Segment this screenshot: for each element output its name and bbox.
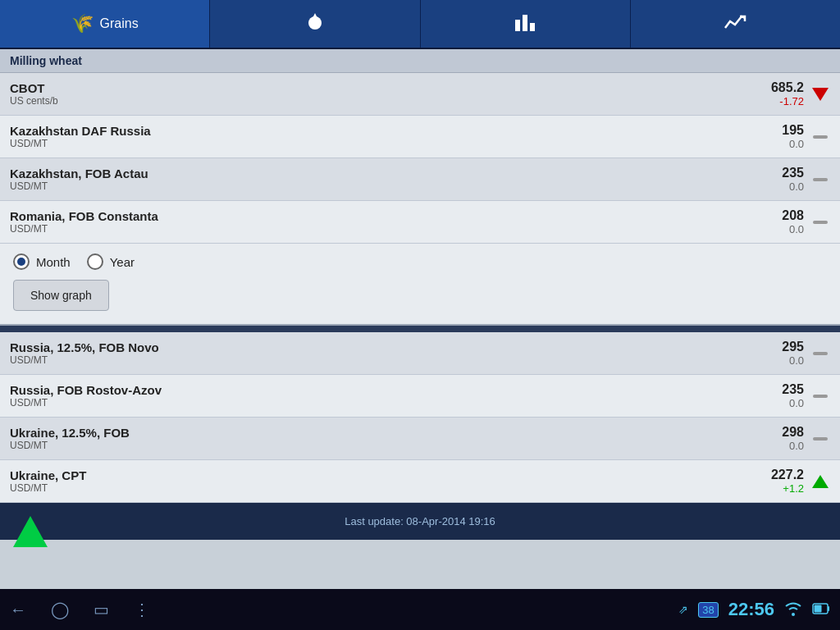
nav-tab-bar-chart[interactable] bbox=[421, 0, 631, 48]
price-name-ukraine-cpt: Ukraine, CPT bbox=[10, 468, 771, 482]
price-indicator-russia-rostov bbox=[810, 395, 830, 398]
price-row-ukraine-cpt[interactable]: Ukraine, CPT USD/MT 227.2 +1.2 bbox=[0, 460, 840, 503]
price-row-kaz-actau[interactable]: Kazakhstan, FOB Actau USD/MT 235 0.0 bbox=[0, 158, 840, 201]
svg-rect-8 bbox=[815, 605, 822, 612]
android-time: 22:56 bbox=[728, 599, 774, 620]
price-change-cbot: -1.72 bbox=[771, 95, 804, 107]
price-unit-ukraine-fob: USD/MT bbox=[10, 440, 782, 451]
radio-year[interactable]: Year bbox=[87, 253, 135, 270]
oil-icon bbox=[304, 10, 326, 38]
price-unit-romania: USD/MT bbox=[10, 223, 782, 235]
period-radio-group: Month Year bbox=[13, 253, 827, 270]
section-title: Milling wheat bbox=[10, 54, 82, 67]
radio-year-circle[interactable] bbox=[87, 253, 103, 270]
svg-marker-5 bbox=[13, 516, 48, 547]
top-navigation: 🌾 Grains bbox=[0, 0, 840, 49]
price-change-russia-rostov: 0.0 bbox=[782, 397, 804, 409]
price-change-kaz-daf: 0.0 bbox=[782, 138, 804, 150]
nav-tab-grains-label: Grains bbox=[100, 16, 139, 31]
nav-tab-trend[interactable] bbox=[631, 0, 840, 48]
svg-rect-2 bbox=[515, 20, 520, 31]
nav-tab-grains[interactable]: 🌾 Grains bbox=[0, 0, 210, 48]
price-unit-russia-novo: USD/MT bbox=[10, 354, 782, 366]
price-indicator-romania bbox=[810, 221, 830, 224]
price-value-kaz-actau: 235 bbox=[782, 166, 804, 180]
price-indicator-kaz-actau bbox=[810, 178, 830, 181]
price-name-ukraine-fob: Ukraine, 12.5%, FOB bbox=[10, 426, 782, 440]
radio-month[interactable]: Month bbox=[13, 253, 71, 270]
price-row-ukraine-fob[interactable]: Ukraine, 12.5%, FOB USD/MT 298 0.0 bbox=[0, 418, 840, 460]
expand-icon: ⇗ bbox=[678, 603, 688, 616]
price-unit-kaz-daf: USD/MT bbox=[10, 138, 782, 149]
svg-rect-7 bbox=[828, 606, 829, 611]
status-bar: Last update: 08-Apr-2014 19:16 bbox=[0, 503, 840, 540]
price-name-russia-rostov: Russia, FOB Rostov-Azov bbox=[10, 383, 782, 397]
app-logo bbox=[13, 516, 48, 547]
arrow-down-icon bbox=[812, 88, 829, 101]
radio-month-circle[interactable] bbox=[13, 253, 30, 270]
dash-icon bbox=[813, 352, 828, 355]
price-unit-kaz-actau: USD/MT bbox=[10, 180, 782, 192]
arrow-up-icon bbox=[812, 475, 829, 488]
price-change-ukraine-fob: 0.0 bbox=[782, 440, 804, 452]
price-change-romania: 0.0 bbox=[782, 223, 804, 235]
android-status-area: ⇗ 38 22:56 bbox=[678, 599, 830, 620]
radio-month-label: Month bbox=[36, 255, 71, 269]
price-indicator-russia-novo bbox=[810, 352, 830, 355]
show-graph-button[interactable]: Show graph bbox=[13, 280, 109, 311]
price-indicator-kaz-daf bbox=[810, 135, 830, 139]
price-indicator-cbot bbox=[810, 88, 830, 101]
nav-tab-oil[interactable] bbox=[210, 0, 420, 48]
price-unit-ukraine-cpt: USD/MT bbox=[10, 482, 771, 494]
battery-level: 38 bbox=[698, 602, 718, 618]
price-unit-russia-rostov: USD/MT bbox=[10, 397, 782, 409]
dash-icon bbox=[813, 437, 828, 441]
main-content: Milling wheat CBOT US cents/b 685.2 -1.7… bbox=[0, 49, 840, 589]
price-value-russia-novo: 295 bbox=[782, 340, 804, 354]
menu-button[interactable]: ⋮ bbox=[134, 600, 150, 619]
graph-controls-section: Month Year Show graph bbox=[0, 244, 840, 326]
dash-icon bbox=[813, 178, 828, 181]
price-row-kaz-daf[interactable]: Kazakhstan DAF Russia USD/MT 195 0.0 bbox=[0, 116, 840, 158]
last-update-label: Last update: 08-Apr-2014 19:16 bbox=[345, 515, 495, 527]
dash-icon bbox=[813, 395, 828, 398]
android-nav-buttons: ← ◯ ▭ ⋮ bbox=[10, 600, 678, 619]
grains-icon: 🌾 bbox=[71, 13, 94, 34]
battery-icon bbox=[812, 602, 830, 618]
home-button[interactable]: ◯ bbox=[51, 600, 69, 619]
price-value-romania: 208 bbox=[782, 208, 804, 223]
section-header: Milling wheat bbox=[0, 49, 840, 73]
bar-chart-icon bbox=[514, 10, 536, 38]
svg-rect-3 bbox=[523, 15, 527, 31]
price-indicator-ukraine-cpt bbox=[810, 475, 830, 488]
price-change-kaz-actau: 0.0 bbox=[782, 180, 804, 193]
price-value-ukraine-fob: 298 bbox=[782, 425, 804, 440]
price-row-romania[interactable]: Romania, FOB Constanta USD/MT 208 0.0 bbox=[0, 201, 840, 244]
price-change-russia-novo: 0.0 bbox=[782, 354, 804, 367]
android-system-bar: ← ◯ ▭ ⋮ ⇗ 38 22:56 bbox=[0, 589, 840, 630]
price-name-cbot: CBOT bbox=[10, 81, 771, 95]
trend-icon bbox=[724, 10, 746, 38]
recents-button[interactable]: ▭ bbox=[94, 600, 109, 619]
radio-year-label: Year bbox=[110, 255, 135, 269]
price-value-kaz-daf: 195 bbox=[782, 123, 804, 138]
dash-icon bbox=[813, 221, 828, 224]
price-row-cbot[interactable]: CBOT US cents/b 685.2 -1.72 bbox=[0, 73, 840, 116]
section-separator bbox=[0, 326, 840, 332]
price-name-romania: Romania, FOB Constanta bbox=[10, 209, 782, 223]
price-indicator-ukraine-fob bbox=[810, 437, 830, 441]
wifi-icon bbox=[784, 601, 802, 619]
price-name-kaz-daf: Kazakhstan DAF Russia bbox=[10, 124, 782, 138]
price-name-kaz-actau: Kazakhstan, FOB Actau bbox=[10, 167, 782, 180]
price-value-ukraine-cpt: 227.2 bbox=[771, 468, 804, 482]
price-name-russia-novo: Russia, 12.5%, FOB Novo bbox=[10, 340, 782, 354]
svg-rect-4 bbox=[530, 23, 535, 31]
back-button[interactable]: ← bbox=[10, 600, 26, 619]
price-row-russia-rostov[interactable]: Russia, FOB Rostov-Azov USD/MT 235 0.0 bbox=[0, 375, 840, 418]
dash-icon bbox=[813, 135, 828, 139]
price-unit-cbot: US cents/b bbox=[10, 95, 771, 107]
price-row-russia-novo[interactable]: Russia, 12.5%, FOB Novo USD/MT 295 0.0 bbox=[0, 332, 840, 375]
price-value-russia-rostov: 235 bbox=[782, 382, 804, 397]
price-value-cbot: 685.2 bbox=[771, 80, 804, 95]
price-change-ukraine-cpt: +1.2 bbox=[771, 482, 804, 495]
